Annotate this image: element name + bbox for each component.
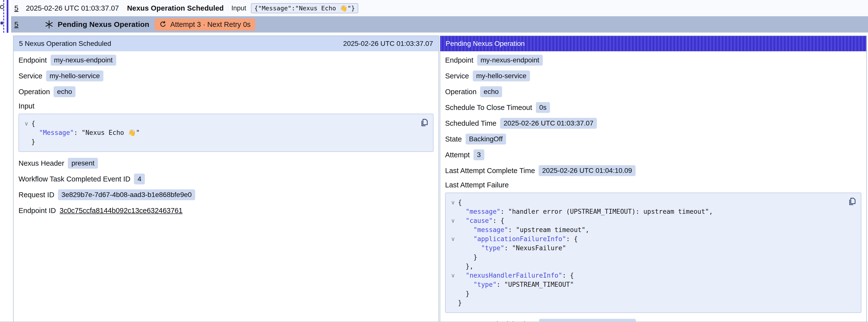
json-key: "applicationFailureInfo" (473, 235, 566, 243)
code-text: } (458, 289, 469, 298)
field-value-badge: 3e829b7e-7d67-4b08-aad3-b1e868bfe9e0 (58, 189, 195, 200)
field-label: Endpoint (19, 56, 47, 64)
event-title: Pending Nexus Operation (58, 20, 149, 29)
field-label: Schedule To Close Timeout (445, 103, 532, 112)
field-label: Endpoint (445, 56, 473, 64)
code-text: } (458, 253, 477, 262)
code-line: }, (448, 262, 844, 271)
field-value-badge: my-nexus-endpoint (477, 55, 543, 66)
field-label: Scheduled Time (445, 119, 496, 127)
code-line: "message": "upstream timeout", (448, 225, 844, 234)
field-value-badge: 3 (473, 150, 484, 160)
field-label: Attempt (445, 151, 470, 159)
code-text: { (31, 119, 35, 128)
field-row: Schedule To Close Timeout0s (445, 102, 861, 113)
pending-operation-detail-panel: Pending Nexus Operation Endpointmy-nexus… (440, 35, 867, 322)
field-row: Last Attempt Complete Time2025-02-26 UTC… (445, 165, 861, 176)
event-id-link[interactable]: 5 (14, 20, 19, 29)
scheduled-event-detail-panel: 5 Nexus Operation Scheduled 2025-02-26 U… (13, 35, 439, 322)
code-line: } (22, 137, 416, 147)
code-line: ∨ "applicationFailureInfo": { (448, 234, 844, 244)
timeline-dot-open-icon (0, 5, 4, 9)
field-label: Service (19, 72, 42, 80)
code-line: "type": "UPSTREAM_TIMEOUT" (448, 280, 844, 289)
event-timestamp: 2025-02-26 UTC 01:03:37.07 (26, 4, 119, 12)
field-row: Operationecho (445, 86, 861, 97)
retry-icon (159, 21, 167, 28)
field-label: Operation (445, 88, 476, 96)
code-line: } (448, 298, 844, 308)
code-text: "applicationFailureInfo": { (458, 234, 578, 244)
field-value-badge: 2025-02-26 UTC 01:04:10.09 (538, 165, 636, 176)
timeline-dot-selected-icon (0, 21, 4, 25)
event-input-preview-chip: {"Message":"Nexus Echo 👋"} (251, 3, 358, 13)
field-label: Service (445, 72, 469, 80)
collapse-chevron-icon[interactable]: ∨ (448, 216, 458, 225)
event-history-detail-screen: 5 2025-02-26 UTC 01:03:37.07 Nexus Opera… (0, 0, 868, 322)
field-value-badge: 2025-02-26 UTC 01:03:37.07 (500, 118, 597, 129)
field-label: Request ID (19, 191, 54, 199)
json-key: "Message" (39, 129, 74, 136)
collapse-chevron-icon[interactable]: ∨ (448, 271, 458, 280)
active-event-indicator-bar (7, 0, 8, 33)
field-row: Scheduled Time2025-02-26 UTC 01:03:37.07 (445, 118, 861, 129)
field-row: Endpointmy-nexus-endpoint (19, 55, 434, 66)
code-text: } (458, 298, 462, 308)
field-label: Last Attempt Complete Time (445, 167, 535, 175)
field-row: Servicemy-hello-service (445, 70, 861, 82)
field-value-badge: echo (480, 86, 502, 97)
field-label: Endpoint ID (19, 206, 56, 215)
code-text: } (31, 137, 35, 147)
code-line: ∨ "nexusHandlerFailureInfo": { (448, 271, 844, 280)
field-value-badge: BackingOff (466, 134, 506, 144)
collapse-chevron-icon[interactable]: ∨ (448, 198, 458, 207)
json-key: "type" (481, 244, 504, 252)
code-text: "Message": "Nexus Echo 👋" (31, 128, 140, 137)
scheduled-panel-timestamp: 2025-02-26 UTC 01:03:37.07 (343, 40, 433, 47)
event-row-pending-nexus-operation[interactable]: 5 Pending Nexus Operation Attempt 3 · Ne… (11, 16, 868, 33)
event-row-nexus-operation-scheduled[interactable]: 5 2025-02-26 UTC 01:03:37.07 Nexus Opera… (11, 0, 868, 16)
copy-icon[interactable] (419, 118, 429, 128)
endpoint-id-link[interactable]: 3c0c75ccfa8144b092c13ce632463761 (60, 206, 183, 215)
scheduled-panel-title: 5 Nexus Operation Scheduled (19, 40, 111, 47)
code-text: }, (458, 262, 473, 271)
json-key: "type" (473, 281, 497, 288)
code-line: ∨{ (22, 119, 416, 128)
json-key: "message" (473, 226, 508, 233)
code-text: "type": "UPSTREAM_TIMEOUT" (458, 280, 574, 289)
json-key: "message" (466, 208, 500, 215)
field-value-badge: echo (54, 86, 75, 97)
code-line: "type": "NexusFailure" (448, 244, 844, 253)
input-section-label: Input (19, 102, 434, 110)
collapse-chevron-icon[interactable]: ∨ (22, 119, 31, 128)
event-id-link[interactable]: 5 (14, 4, 19, 12)
field-value-badge: present (68, 158, 98, 169)
timeline-connector-line (3, 0, 4, 33)
field-value-badge: my-hello-service (46, 70, 103, 82)
code-line: ∨{ (448, 198, 844, 207)
event-title: Nexus Operation Scheduled (127, 4, 224, 12)
failure-payload-codeblock: ∨{ "message": "handler error (UPSTREAM_T… (445, 193, 861, 313)
json-key: "cause" (466, 217, 493, 224)
code-line: } (448, 289, 844, 298)
code-text: "type": "NexusFailure" (458, 244, 566, 253)
code-line: ∨ "cause": { (448, 216, 844, 225)
field-row: Endpointmy-nexus-endpoint (445, 55, 861, 66)
pending-panel-title: Pending Nexus Operation (445, 40, 525, 47)
field-value-badge: my-hello-service (473, 70, 530, 82)
code-text: "cause": { (458, 216, 504, 225)
code-text: { (458, 198, 462, 207)
field-label: Nexus Header (19, 159, 64, 167)
json-key: "nexusHandlerFailureInfo" (466, 272, 562, 279)
attempt-retry-chip: Attempt 3 · Next Retry 0s (155, 19, 255, 31)
field-value-badge: my-nexus-endpoint (51, 55, 116, 66)
code-line: "Message": "Nexus Echo 👋" (22, 128, 416, 137)
copy-icon[interactable] (847, 196, 857, 207)
code-text: "nexusHandlerFailureInfo": { (458, 271, 574, 280)
pending-asterisk-icon (44, 20, 54, 29)
field-row: Endpoint ID3c0c75ccfa8144b092c13ce632463… (19, 205, 434, 216)
collapse-chevron-icon[interactable]: ∨ (448, 234, 458, 244)
code-line: } (448, 253, 844, 262)
event-input-label: Input (231, 4, 246, 12)
field-row: Workflow Task Completed Event ID4 (19, 173, 434, 185)
